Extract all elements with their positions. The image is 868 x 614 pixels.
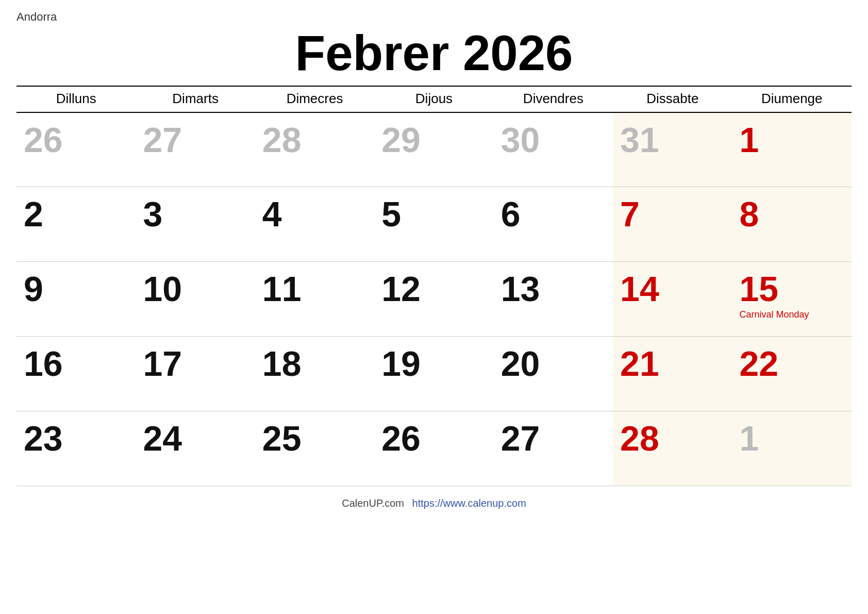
calendar-cell: 12 bbox=[374, 262, 493, 337]
calendar-cell: 26 bbox=[374, 411, 493, 486]
weekday-header-dilluns: Dilluns bbox=[16, 86, 136, 112]
calendar-cell: 23 bbox=[16, 411, 136, 486]
day-number: 18 bbox=[262, 344, 302, 383]
calendar-cell: 18 bbox=[255, 337, 374, 411]
day-number: 26 bbox=[24, 120, 63, 159]
calendar-cell: 2 bbox=[16, 187, 136, 262]
weekday-header-dissabte: Dissabte bbox=[613, 86, 732, 112]
calendar-cell: 4 bbox=[255, 187, 374, 262]
week-row-1: 2627282930311 bbox=[16, 112, 852, 187]
weekday-header-diumenge: Diumenge bbox=[732, 86, 852, 112]
holiday-label: Carnival Monday bbox=[740, 309, 844, 321]
calendar-cell: 22 bbox=[732, 337, 852, 411]
calendar-cell: 11 bbox=[255, 262, 374, 337]
day-number: 19 bbox=[381, 344, 421, 383]
day-number: 21 bbox=[620, 344, 659, 383]
day-number: 31 bbox=[620, 120, 659, 159]
calendar-cell: 14 bbox=[613, 262, 732, 337]
day-number: 14 bbox=[620, 269, 659, 308]
weekday-header-dijous: Dijous bbox=[374, 86, 493, 112]
week-row-4: 16171819202122 bbox=[16, 337, 852, 411]
day-number: 12 bbox=[381, 269, 421, 308]
calendar-cell: 1 bbox=[732, 112, 852, 187]
region-label: Andorra bbox=[16, 10, 852, 24]
weekday-header-divendres: Divendres bbox=[494, 86, 613, 112]
day-number: 28 bbox=[620, 419, 659, 458]
day-number: 22 bbox=[740, 344, 779, 383]
month-title: Febrer 2026 bbox=[16, 26, 852, 80]
calendar-cell: 27 bbox=[136, 112, 255, 187]
weekday-header-dimarts: Dimarts bbox=[136, 86, 255, 112]
calendar-cell: 7 bbox=[613, 187, 732, 262]
calendar-cell: 25 bbox=[255, 411, 374, 486]
calendar-cell: 5 bbox=[374, 187, 493, 262]
day-number: 11 bbox=[262, 269, 302, 308]
day-number: 29 bbox=[381, 120, 421, 159]
calendar-cell: 30 bbox=[494, 112, 613, 187]
weekday-header-row: DillunsDimartsDimecresDijousDivendresDis… bbox=[16, 86, 852, 112]
week-row-5: 2324252627281 bbox=[16, 411, 852, 486]
calendar-cell: 26 bbox=[16, 112, 136, 187]
calendar-page: Andorra Febrer 2026 DillunsDimartsDimecr… bbox=[16, 10, 852, 509]
calendar-cell: 28 bbox=[613, 411, 732, 486]
day-number: 16 bbox=[24, 344, 63, 383]
day-number: 7 bbox=[620, 194, 640, 234]
calendar-cell: 31 bbox=[613, 112, 732, 187]
week-row-2: 2345678 bbox=[16, 187, 852, 262]
week-row-3: 9101112131415Carnival Monday bbox=[16, 262, 852, 337]
calendar-cell: 27 bbox=[494, 411, 613, 486]
day-number: 30 bbox=[501, 120, 540, 159]
day-number: 26 bbox=[381, 419, 421, 458]
day-number: 23 bbox=[24, 419, 63, 458]
weekday-header-dimecres: Dimecres bbox=[255, 86, 374, 112]
footer: CalenUP.com https://www.calenup.com bbox=[16, 497, 852, 509]
day-number: 27 bbox=[143, 120, 182, 159]
day-number: 24 bbox=[143, 419, 182, 458]
calendar-table: DillunsDimartsDimecresDijousDivendresDis… bbox=[16, 86, 852, 487]
day-number: 10 bbox=[143, 269, 182, 308]
calendar-cell: 20 bbox=[494, 337, 613, 411]
day-number: 2 bbox=[24, 194, 43, 234]
day-number: 17 bbox=[143, 344, 182, 383]
calendar-cell: 28 bbox=[255, 112, 374, 187]
day-number: 28 bbox=[262, 120, 302, 159]
calendar-cell: 9 bbox=[16, 262, 136, 337]
calendar-cell: 13 bbox=[494, 262, 613, 337]
calendar-cell: 19 bbox=[374, 337, 493, 411]
day-number: 4 bbox=[262, 194, 282, 234]
calendar-cell: 10 bbox=[136, 262, 255, 337]
day-number: 20 bbox=[501, 344, 540, 383]
calendar-cell: 17 bbox=[136, 337, 255, 411]
day-number: 13 bbox=[501, 269, 540, 308]
day-number: 27 bbox=[501, 419, 540, 458]
day-number: 25 bbox=[262, 419, 302, 458]
day-number: 8 bbox=[740, 194, 759, 234]
day-number: 1 bbox=[740, 120, 759, 159]
calendar-cell: 6 bbox=[494, 187, 613, 262]
calendar-cell: 3 bbox=[136, 187, 255, 262]
day-number: 1 bbox=[740, 419, 759, 458]
calendar-cell: 16 bbox=[16, 337, 136, 411]
calendar-cell: 29 bbox=[374, 112, 493, 187]
day-number: 9 bbox=[24, 269, 43, 308]
calendar-cell: 21 bbox=[613, 337, 732, 411]
day-number: 3 bbox=[143, 194, 162, 234]
footer-site-name: CalenUP.com bbox=[342, 497, 404, 509]
day-number: 5 bbox=[381, 194, 401, 234]
day-number: 15 bbox=[740, 269, 779, 308]
calendar-cell: 8 bbox=[732, 187, 852, 262]
calendar-cell: 1 bbox=[732, 411, 852, 486]
calendar-cell: 15Carnival Monday bbox=[732, 262, 852, 337]
calendar-cell: 24 bbox=[136, 411, 255, 486]
footer-site-url[interactable]: https://www.calenup.com bbox=[412, 497, 526, 509]
day-number: 6 bbox=[501, 194, 521, 234]
